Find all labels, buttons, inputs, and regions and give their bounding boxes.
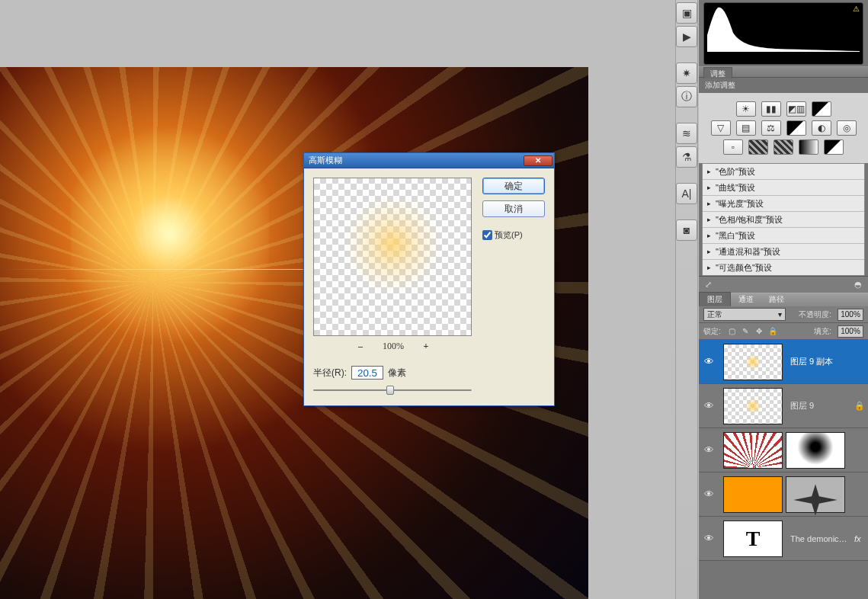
layer-thumbnail[interactable] (723, 432, 783, 469)
histogram-graph (707, 6, 860, 52)
layer-list[interactable]: 👁 图层 9 副本 👁 图层 9 🔒 👁 👁 (699, 340, 868, 561)
selective-color-icon[interactable] (824, 139, 844, 155)
chevron-down-icon: ▾ (778, 310, 782, 319)
radius-unit: 像素 (388, 367, 406, 380)
brightness-contrast-icon[interactable]: ☀ (736, 101, 756, 117)
visibility-eye-icon[interactable]: 👁 (699, 356, 719, 367)
threshold-icon[interactable] (774, 139, 793, 155)
adjustments-tab[interactable]: 调整 (703, 67, 732, 78)
lock-image-icon[interactable]: ✎ (741, 326, 751, 336)
visibility-eye-icon[interactable]: 👁 (699, 400, 719, 412)
exposure-icon[interactable] (812, 101, 831, 117)
photo-filter-icon[interactable]: ◐ (812, 120, 831, 136)
preset-exposure[interactable]: "曝光度"预设 (703, 196, 864, 212)
layer-name[interactable]: 图层 9 副本 (787, 356, 868, 367)
preset-black-white[interactable]: "黑白"预设 (703, 228, 864, 244)
type-panel-icon[interactable]: A| (676, 183, 697, 204)
tab-paths[interactable]: 路径 (761, 293, 792, 306)
gaussian-blur-dialog: 高斯模糊 ✕ – 100% + 半径(R): 像素 确定 取消 (303, 152, 555, 406)
layer-name[interactable]: The demonicall… (787, 534, 854, 543)
opacity-label: 不透明度: (799, 309, 831, 320)
visibility-eye-icon[interactable]: 👁 (699, 488, 719, 500)
fill-value[interactable]: 100% (838, 325, 863, 338)
star-icon[interactable]: ✷ (676, 62, 697, 84)
preset-channel-mixer[interactable]: "通道混和器"预设 (703, 244, 864, 260)
zoom-percent: 100% (383, 341, 404, 352)
visibility-eye-icon[interactable]: 👁 (699, 444, 719, 456)
dialog-title: 高斯模糊 (309, 155, 524, 166)
blend-mode-dropdown[interactable]: 正常 ▾ (703, 308, 786, 321)
lock-position-icon[interactable]: ✥ (754, 326, 764, 336)
expand-icon[interactable]: ⤢ (705, 280, 712, 290)
layer-row[interactable]: 👁 图层 9 副本 (699, 340, 868, 384)
preset-selective-color[interactable]: "可选颜色"预设 (703, 260, 864, 276)
color-balance-icon[interactable]: ⚖ (761, 120, 781, 136)
dialog-titlebar[interactable]: 高斯模糊 ✕ (304, 153, 554, 168)
tab-channels[interactable]: 通道 (731, 293, 761, 306)
adj-trash-icon[interactable]: ◓ (854, 280, 862, 290)
canvas-star (71, 110, 269, 407)
flask-icon[interactable]: ⚗ (676, 146, 697, 168)
layer-row[interactable]: 👁 图层 9 🔒 (699, 384, 868, 428)
adjustment-presets-list[interactable]: "色阶"预设 "曲线"预设 "曝光度"预设 "色相/饱和度"预设 "黑白"预设 … (702, 163, 865, 276)
histogram-panel[interactable]: ⚠ (703, 2, 863, 65)
dialog-preview[interactable] (313, 178, 472, 336)
layer-thumbnail[interactable] (723, 476, 783, 513)
lock-all-icon[interactable]: 🔒 (768, 326, 778, 336)
layer-row[interactable]: 👁 (699, 472, 868, 517)
adjustments-header: 调整 (699, 66, 868, 78)
lock-icon: 🔒 (854, 401, 868, 411)
channel-mixer-icon[interactable]: ◎ (837, 120, 857, 136)
curves-icon[interactable]: ◩▥ (786, 101, 806, 117)
invert-icon[interactable]: ▫ (723, 139, 743, 155)
wave-icon[interactable]: ≋ (676, 123, 697, 144)
cancel-button[interactable]: 取消 (482, 200, 545, 217)
slider-thumb[interactable] (386, 386, 394, 395)
lock-label: 锁定: (703, 326, 721, 337)
type-layer-thumbnail[interactable]: T (723, 521, 783, 557)
opacity-value[interactable]: 100% (838, 309, 863, 321)
gradient-map-icon[interactable] (799, 139, 818, 155)
add-adjustment-label: 添加调整 (699, 78, 868, 93)
layer-row[interactable]: 👁 (699, 428, 868, 472)
ok-button[interactable]: 确定 (482, 178, 545, 194)
levels-icon[interactable]: ▮▮ (761, 101, 781, 117)
tab-layers[interactable]: 图层 (699, 292, 731, 306)
info-icon[interactable]: ⓘ (676, 86, 697, 107)
hue-saturation-icon[interactable]: ▤ (736, 120, 756, 136)
zoom-out-button[interactable]: – (355, 341, 366, 352)
preset-curves[interactable]: "曲线"预设 (703, 180, 864, 196)
zoom-in-button[interactable]: + (421, 341, 431, 352)
adjustments-footer: ⤢ ◓ (699, 276, 868, 293)
close-icon[interactable]: ✕ (524, 155, 553, 166)
tool-icon[interactable]: ▣ (676, 2, 697, 24)
radius-input[interactable] (351, 366, 383, 380)
fill-label: 填充: (814, 326, 831, 337)
preset-hue-saturation[interactable]: "色相/饱和度"预设 (703, 212, 864, 228)
layer-row[interactable]: 👁 T The demonicall… fx (699, 517, 868, 561)
layer-thumbnail[interactable] (723, 344, 783, 380)
fx-icon[interactable]: fx (854, 534, 868, 543)
adjustment-icons: ☀ ▮▮ ◩▥ ▽ ▤ ⚖ ◐ ◎ ▫ (699, 93, 868, 163)
lock-transparent-icon[interactable]: ▢ (727, 326, 737, 336)
layer-thumbnail[interactable] (723, 388, 783, 424)
right-panels: ⚠ 调整 添加调整 ☀ ▮▮ ◩▥ ▽ ▤ ⚖ ◐ ◎ ▫ (699, 0, 868, 599)
radius-slider[interactable] (313, 384, 472, 396)
posterize-icon[interactable] (748, 139, 768, 155)
layer-mask-thumbnail[interactable] (786, 432, 845, 469)
vibrance-icon[interactable]: ▽ (711, 120, 731, 136)
preview-checkbox[interactable] (482, 230, 492, 240)
layers-panel-tabs: 图层 通道 路径 (699, 293, 868, 306)
play-icon[interactable]: ▶ (676, 26, 697, 47)
camera-icon[interactable]: ◙ (676, 219, 697, 241)
tool-column: ▣ ▶ ✷ ⓘ ≋ ⚗ A| ◙ (675, 0, 698, 599)
layer-options-row-2: 锁定: ▢ ✎ ✥ 🔒 填充: 100% (699, 323, 868, 340)
preview-checkbox-label: 预览(P) (495, 229, 523, 241)
radius-label: 半径(R): (313, 367, 347, 380)
layer-options-row-1: 正常 ▾ 不透明度: 100% (699, 306, 868, 323)
layer-name[interactable]: 图层 9 (787, 400, 854, 412)
black-white-icon[interactable] (786, 120, 806, 136)
visibility-eye-icon[interactable]: 👁 (699, 533, 719, 544)
layer-mask-thumbnail[interactable] (786, 476, 845, 513)
preset-levels[interactable]: "色阶"预设 (703, 164, 864, 180)
